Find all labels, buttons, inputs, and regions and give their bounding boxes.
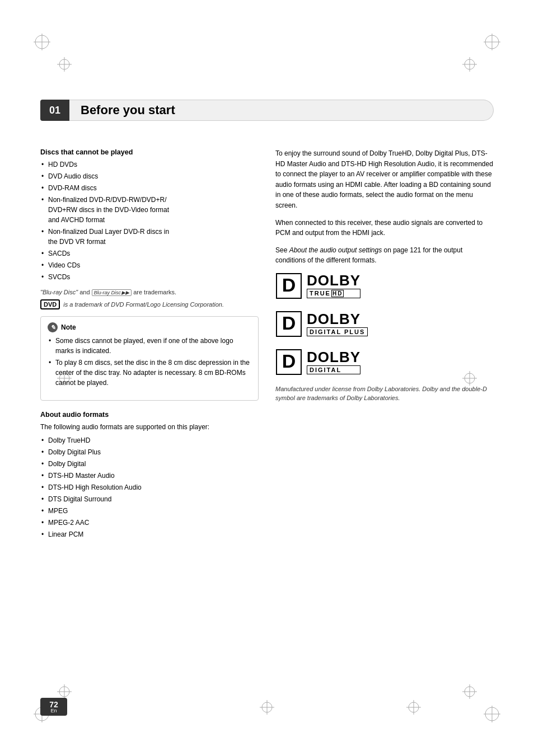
discs-list: HD DVDs DVD Audio discs DVD-RAM discs No… (40, 159, 259, 282)
audio-list: Dolby TrueHD Dolby Digital Plus Dolby Di… (40, 435, 259, 539)
list-item: MPEG-2 AAC (40, 518, 259, 528)
dolby-digital-plus-logo: D DOLBY DIGITAL PLUS (275, 311, 368, 337)
dolby-d-icon-3: D (275, 349, 302, 375)
list-item: Dolby Digital (40, 459, 259, 469)
dolby-d-icon: D (275, 273, 302, 299)
list-item: MPEG (40, 506, 259, 516)
page-number: 72 (49, 701, 58, 708)
list-item: Non-finalized Dual Layer DVD-R discs int… (40, 227, 259, 247)
dolby-d-icon-2: D (275, 311, 302, 337)
list-item: SVCDs (40, 272, 259, 282)
dolby-name-2: DOLBY (307, 312, 368, 326)
dolby-logos: D DOLBY TRUEHD D DOLBY DIGITAL PL (275, 273, 494, 375)
page: 01 Before you start Discs that cannot be… (0, 0, 534, 756)
note-icon: ✎ (48, 322, 58, 332)
svg-text:D: D (282, 312, 296, 334)
list-item: Dolby TrueHD (40, 435, 259, 445)
corner-mark-tr (481, 31, 503, 53)
page-number-box: 72 En (40, 698, 67, 716)
right-para-2: When connected to this receiver, these a… (275, 218, 494, 238)
bluray-trademark: "Blu-ray Disc" and Blu-ray Disc ▶▶ are t… (40, 289, 259, 296)
chapter-number: 01 (40, 100, 69, 121)
list-item: Linear PCM (40, 529, 259, 539)
left-column: Discs that cannot be played HD DVDs DVD … (40, 148, 259, 683)
dolby-truehd-text: DOLBY TRUEHD (307, 273, 360, 298)
note-list: Some discs cannot be played, even if one… (48, 336, 251, 388)
list-item: Non-finalized DVD-R/DVD-RW/DVD+R/DVD+RW … (40, 195, 259, 225)
corner-mark-tl (31, 31, 53, 53)
list-item: HD DVDs (40, 159, 259, 170)
chapter-title-bar: Before you start (69, 100, 494, 121)
discs-heading: Discs that cannot be played (40, 148, 259, 156)
list-item: Some discs cannot be played, even if one… (48, 336, 251, 356)
reg-mark-br2 (461, 683, 478, 700)
dolby-digital-logo: D DOLBY DIGITAL (275, 349, 360, 375)
page-lang: En (50, 708, 57, 713)
dolby-digital-subtitle: DIGITAL (307, 365, 360, 374)
svg-text:D: D (282, 274, 296, 295)
reg-mark-br3 (405, 699, 422, 716)
reg-mark-tl2 (56, 56, 73, 73)
list-item: DVD Audio discs (40, 171, 259, 181)
note-box: ✎ Note Some discs cannot be played, even… (40, 316, 259, 401)
dolby-truehd-subtitle: TRUEHD (307, 289, 360, 298)
audio-intro: The following audio formats are supporte… (40, 422, 259, 432)
dvd-trademark-text: is a trademark of DVD Format/Logo Licens… (63, 301, 224, 308)
dolby-digital-plus-text: DOLBY DIGITAL PLUS (307, 312, 368, 336)
right-para-3: See About the audio output settings on p… (275, 245, 494, 266)
list-item: SACDs (40, 248, 259, 259)
dolby-digital-text: DOLBY DIGITAL (307, 350, 360, 374)
list-item: Dolby Digital Plus (40, 447, 259, 457)
corner-mark-br (481, 703, 503, 725)
reg-mark-tr2 (461, 56, 478, 73)
audio-section: About audio formats The following audio … (40, 411, 259, 539)
reg-mark-bc (259, 699, 275, 716)
list-item: DVD-RAM discs (40, 183, 259, 193)
note-header: ✎ Note (48, 322, 251, 332)
list-item: DTS-HD High Resolution Audio (40, 482, 259, 492)
list-item: DTS-HD Master Audio (40, 471, 259, 481)
list-item: DTS Digital Surround (40, 494, 259, 504)
dolby-truehd-logo: D DOLBY TRUEHD (275, 273, 360, 299)
dolby-name-3: DOLBY (307, 350, 360, 364)
chapter-header: 01 Before you start (40, 100, 494, 121)
dvd-logo: DVD (40, 299, 60, 309)
dvd-trademark-line: DVD is a trademark of DVD Format/Logo Li… (40, 299, 259, 309)
right-column: To enjoy the surround sound of Dolby Tru… (275, 148, 494, 683)
svg-text:D: D (282, 350, 296, 372)
content-area: Discs that cannot be played HD DVDs DVD … (40, 148, 494, 683)
dolby-digital-plus-subtitle: DIGITAL PLUS (307, 327, 368, 336)
right-para-1: To enjoy the surround sound of Dolby Tru… (275, 148, 494, 211)
discs-section: Discs that cannot be played HD DVDs DVD … (40, 148, 259, 282)
list-item: Video CDs (40, 260, 259, 270)
manufactured-text: Manufactured under license from Dolby La… (275, 384, 494, 403)
chapter-title: Before you start (81, 103, 175, 118)
note-label: Note (61, 323, 76, 331)
list-item: To play 8 cm discs, set the disc in the … (48, 358, 251, 388)
audio-heading: About audio formats (40, 411, 259, 419)
dolby-name: DOLBY (307, 273, 360, 288)
